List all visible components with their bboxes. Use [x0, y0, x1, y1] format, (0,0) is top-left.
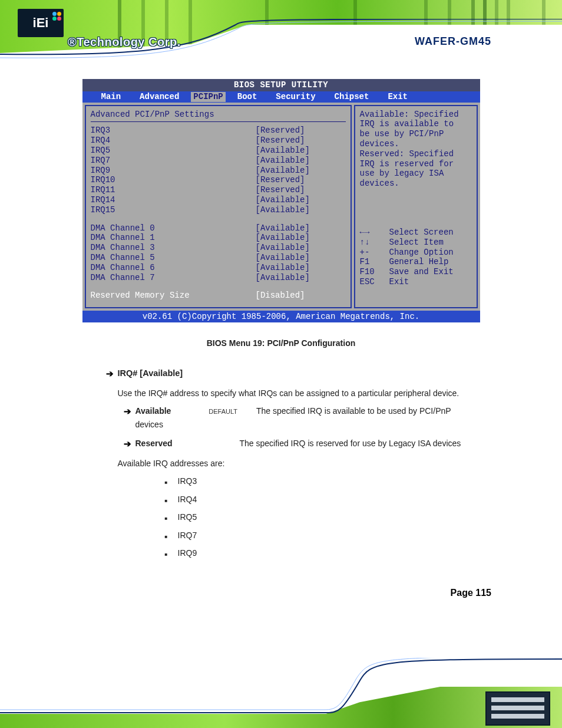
bullet-icon: ■ — [165, 498, 178, 505]
bios-key: ↑↓ — [360, 238, 389, 248]
model-name: WAFER-GM45 — [415, 35, 491, 48]
bullet-icon: ■ — [165, 551, 178, 559]
spacer — [91, 282, 346, 291]
bios-tab-chipset[interactable]: Chipset — [328, 92, 376, 102]
section-heading: IRQ# [Available] — [118, 367, 183, 380]
bios-setting-name: IRQ10 — [91, 175, 256, 185]
bios-setting-row[interactable]: DMA Channel 3[Available] — [91, 243, 346, 253]
bullet-icon: ■ — [165, 479, 178, 487]
list-item: ■IRQ4 — [165, 493, 480, 506]
bios-tab-exit[interactable]: Exit — [381, 92, 415, 102]
bios-setting-value: [Reserved] — [256, 175, 305, 185]
page-header: iEi ®Technology Corp. WAFER-GM45 — [0, 0, 562, 66]
bios-setting-name: IRQ5 — [91, 146, 256, 156]
list-item: ■IRQ3 — [165, 475, 480, 487]
list-item-text: IRQ3 — [178, 475, 197, 487]
bios-screenshot: BIOS SETUP UTILITY Main Advanced PCIPnP … — [82, 79, 480, 322]
bios-setting-name: IRQ9 — [91, 166, 256, 176]
bios-help-pane: Available: Specified IRQ is available to… — [354, 105, 478, 308]
bios-tab-main[interactable]: Main — [94, 92, 128, 102]
option-row: ➔ Available DEFAULT The specified IRQ is… — [124, 404, 480, 431]
bios-tab-advanced[interactable]: Advanced — [133, 92, 186, 102]
option-name: Available — [135, 406, 171, 416]
bios-help-line: IRQ is available to — [360, 119, 472, 129]
bios-key-row: ↑↓Select Item — [360, 238, 472, 248]
arrow-right-icon: ➔ — [106, 367, 118, 381]
bios-setting-row-selected[interactable]: Reserved Memory Size[Disabled] — [91, 291, 346, 301]
bios-setting-name: IRQ15 — [91, 205, 256, 215]
brand-logo: iEi — [18, 9, 64, 37]
bios-setting-row[interactable]: IRQ7[Available] — [91, 156, 346, 166]
bios-setting-value: [Available] — [256, 263, 310, 273]
bios-setting-value: [Available] — [256, 166, 310, 176]
bios-key-row: F10Save and Exit — [360, 267, 472, 277]
bullet-icon: ■ — [165, 515, 178, 523]
bios-setting-value: [Reserved] — [256, 126, 305, 136]
bios-help-line: be use by PCI/PnP — [360, 129, 472, 139]
bios-help-text: Available: Specified IRQ is available to… — [360, 110, 472, 189]
bios-key-row: +-Change Option — [360, 248, 472, 258]
bios-help-line: Available: Specified — [360, 110, 472, 120]
list-item-text: IRQ4 — [178, 493, 197, 506]
spacer — [91, 215, 346, 223]
bios-tab-pcipnp[interactable]: PCIPnP — [191, 92, 225, 102]
bios-setting-value: [Available] — [256, 273, 310, 283]
bios-setting-row[interactable]: IRQ9[Available] — [91, 166, 346, 176]
bios-key: +- — [360, 248, 389, 258]
figure-caption: BIOS Menu 19: PCI/PnP Configuration — [82, 337, 480, 350]
bios-setting-row[interactable]: IRQ11[Reserved] — [91, 185, 346, 195]
bios-key-desc: Select Screen — [389, 228, 454, 238]
bios-title: BIOS SETUP UTILITY — [82, 79, 480, 91]
bios-tab-security[interactable]: Security — [269, 92, 322, 102]
option-desc: The specified IRQ is reserved for use by… — [239, 439, 461, 448]
option-name: Reserved — [135, 439, 173, 448]
bios-setting-row[interactable]: IRQ10[Reserved] — [91, 175, 346, 185]
bios-setting-value: [Available] — [256, 233, 310, 243]
bios-key: F10 — [360, 267, 389, 277]
bios-key: F1 — [360, 257, 389, 267]
arrow-right-icon: ➔ — [124, 437, 135, 451]
bios-setting-row[interactable]: DMA Channel 7[Available] — [91, 273, 346, 283]
bios-setting-name: IRQ4 — [91, 136, 256, 146]
bios-setting-name: DMA Channel 6 — [91, 263, 256, 273]
option-desc: The specified IRQ is available to be use… — [135, 406, 451, 429]
bios-setting-row[interactable]: DMA Channel 5[Available] — [91, 253, 346, 263]
bios-setting-row[interactable]: DMA Channel 6[Available] — [91, 263, 346, 273]
bios-setting-row[interactable]: DMA Channel 1[Available] — [91, 233, 346, 243]
bios-tab-boot[interactable]: Boot — [230, 92, 265, 102]
bios-key-desc: Select Item — [389, 238, 444, 248]
bios-key-row: F1General Help — [360, 257, 472, 267]
bios-setting-name: DMA Channel 1 — [91, 233, 256, 243]
bios-setting-value: [Reserved] — [256, 185, 305, 195]
bios-key-desc: General Help — [389, 257, 449, 267]
bios-setting-value: [Reserved] — [256, 136, 305, 146]
list-item: ■IRQ5 — [165, 510, 480, 523]
bios-setting-name: IRQ11 — [91, 185, 256, 195]
list-item-text: IRQ7 — [178, 529, 197, 542]
bios-setting-row[interactable]: IRQ4[Reserved] — [91, 136, 346, 146]
bios-setting-row[interactable]: DMA Channel 0[Available] — [91, 223, 346, 233]
bios-settings-pane: Advanced PCI/PnP Settings IRQ3[Reserved]… — [85, 105, 352, 308]
bios-setting-name: IRQ7 — [91, 156, 256, 166]
irq-list: ■IRQ3 ■IRQ4 ■IRQ5 ■IRQ7 ■IRQ9 — [165, 475, 480, 559]
bios-setting-row[interactable]: IRQ15[Available] — [91, 205, 346, 215]
bios-tab-bar: Main Advanced PCIPnP Boot Security Chips… — [82, 91, 480, 103]
bios-setting-row[interactable]: IRQ5[Available] — [91, 146, 346, 156]
bios-body: Advanced PCI/PnP Settings IRQ3[Reserved]… — [82, 103, 480, 311]
section-paragraph: Use the IRQ# address to specify what IRQ… — [118, 387, 480, 400]
bios-setting-name: DMA Channel 7 — [91, 273, 256, 283]
bios-help-line: devices. — [360, 179, 472, 189]
list-item: ■IRQ7 — [165, 529, 480, 542]
bios-setting-row[interactable]: IRQ14[Available] — [91, 195, 346, 205]
page-number: Page 115 — [0, 588, 491, 598]
bios-setting-name: DMA Channel 0 — [91, 223, 256, 233]
option-default-tag: DEFAULT — [209, 408, 237, 415]
bios-setting-value: [Available] — [256, 156, 310, 166]
bios-setting-name: IRQ3 — [91, 126, 256, 136]
bios-key-row: ←→Select Screen — [360, 228, 472, 238]
list-item-text: IRQ5 — [178, 510, 197, 523]
bios-setting-row[interactable]: IRQ3[Reserved] — [91, 126, 346, 136]
arrow-right-icon: ➔ — [124, 404, 135, 419]
bios-key-desc: Save and Exit — [389, 267, 454, 277]
document-body: BIOS Menu 19: PCI/PnP Configuration ➔ IR… — [82, 337, 480, 559]
